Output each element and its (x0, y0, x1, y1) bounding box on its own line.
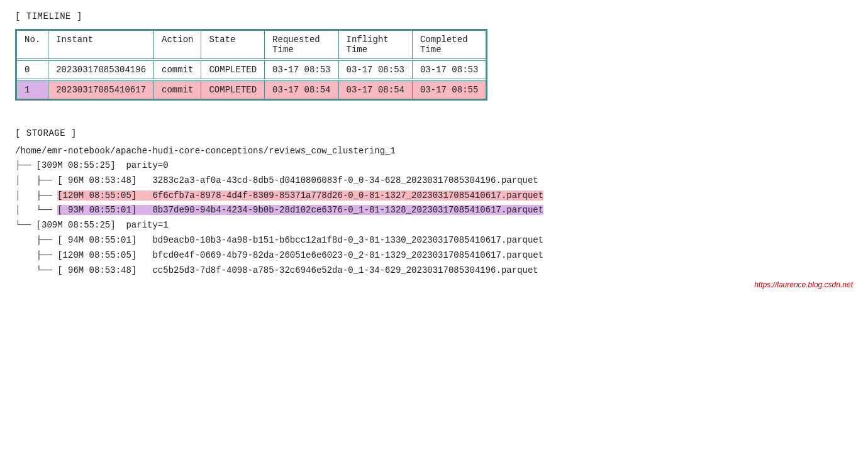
col-state: State (201, 31, 265, 59)
col-inflight-time: InflightTime (338, 31, 412, 59)
cell-inflight-time: 03-17 08:54 (338, 81, 412, 99)
storage-path: /home/emr-notebook/apache-hudi-core-conc… (15, 146, 853, 156)
timeline-label: [ TIMELINE ] (15, 11, 853, 21)
cell-state: COMPLETED (201, 81, 265, 99)
cell-no: 0 (17, 61, 48, 79)
storage-tree: ├── [309M 08:55:25] parity=0│ ├── [ 96M … (15, 158, 853, 278)
cell-inflight-time: 03-17 08:53 (338, 61, 412, 79)
table-row: 020230317085304196commitCOMPLETED03-17 0… (17, 61, 486, 79)
cell-state: COMPLETED (201, 61, 265, 79)
tree-line: │ ├── [120M 08:55:05] 6f6cfb7a-8978-4d4f… (15, 189, 853, 204)
tree-line: │ ├── [ 96M 08:53:48] 3283c2a3-af0a-43cd… (15, 173, 853, 189)
storage-label: [ STORAGE ] (15, 128, 853, 138)
tree-line: ├── [309M 08:55:25] parity=0 (15, 158, 853, 173)
col-completed-time: CompletedTime (412, 31, 486, 59)
cell-instant: 20230317085304196 (48, 61, 154, 79)
cell-action: commit (154, 61, 201, 79)
timeline-table-wrapper: No. Instant Action State RequestedTime I… (15, 29, 487, 101)
tree-line: └── [309M 08:55:25] parity=1 (15, 218, 853, 233)
col-instant: Instant (48, 31, 154, 59)
table-row: 120230317085410617commitCOMPLETED03-17 0… (17, 81, 486, 99)
tree-line: └── [ 96M 08:53:48] cc5b25d3-7d8f-4098-a… (15, 263, 853, 278)
cell-requested-time: 03-17 08:54 (265, 81, 338, 99)
tree-line: ├── [ 94M 08:55:01] bd9eacb0-10b3-4a98-b… (15, 233, 853, 248)
timeline-section: [ TIMELINE ] No. Instant Action State Re… (15, 11, 853, 123)
storage-section: [ STORAGE ] /home/emr-notebook/apache-hu… (15, 128, 853, 278)
col-no: No. (17, 31, 48, 59)
tree-line: ├── [120M 08:55:05] bfcd0e4f-0669-4b79-8… (15, 248, 853, 263)
highlighted-file-pink: [120M 08:55:05] 6f6cfb7a-8978-4d4f-8309-… (57, 190, 543, 201)
cell-action: commit (154, 81, 201, 99)
table-header-row: No. Instant Action State RequestedTime I… (17, 31, 486, 59)
col-action: Action (154, 31, 201, 59)
col-requested-time: RequestedTime (265, 31, 338, 59)
cell-completed-time: 03-17 08:53 (412, 61, 486, 79)
tree-line: │ └── [ 93M 08:55:01] 8b37de90-94b4-4234… (15, 203, 853, 218)
cell-instant: 20230317085410617 (48, 81, 154, 99)
highlighted-file-purple: [ 93M 08:55:01] 8b37de90-94b4-4234-9b0b-… (57, 205, 543, 215)
cell-no: 1 (17, 81, 48, 99)
timeline-table: No. Instant Action State RequestedTime I… (16, 30, 486, 99)
cell-completed-time: 03-17 08:55 (412, 81, 486, 99)
watermark: https://laurence.blog.csdn.net (15, 280, 853, 289)
cell-requested-time: 03-17 08:53 (265, 61, 338, 79)
